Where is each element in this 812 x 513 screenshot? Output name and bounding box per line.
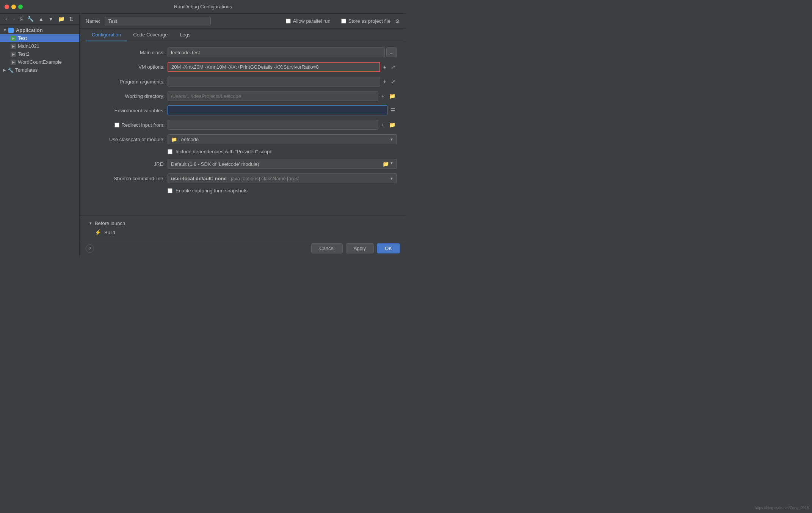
- before-launch-arrow-icon: ▼: [89, 221, 92, 225]
- remove-config-button[interactable]: −: [11, 15, 17, 23]
- templates-arrow-icon: ▶: [3, 68, 6, 72]
- store-project-group: Store as project file: [341, 18, 390, 24]
- shorten-cmdline-dropdown[interactable]: user-local default: none - java [options…: [168, 173, 397, 183]
- jre-dropdown[interactable]: Default (1.8 - SDK of 'Leetcode' module)…: [168, 159, 397, 169]
- name-label: Name:: [86, 18, 100, 24]
- templates-group[interactable]: ▶ 🔧 Templates: [0, 66, 79, 74]
- main-class-label: Main class:: [89, 50, 165, 55]
- minimize-button[interactable]: [11, 5, 16, 9]
- shorten-cmdline-label: Shorten command line:: [89, 176, 165, 181]
- program-args-field: + ⤢: [168, 77, 397, 87]
- allow-parallel-label: Allow parallel run: [293, 18, 331, 24]
- main-class-row: Main class: ...: [89, 47, 397, 57]
- jre-field: Default (1.8 - SDK of 'Leetcode' module)…: [168, 159, 397, 169]
- application-group-label: Application: [16, 27, 43, 33]
- redirect-input-input[interactable]: [168, 120, 378, 130]
- working-dir-browse-icon[interactable]: 📁: [387, 92, 397, 100]
- vm-options-row: VM options: 20M -Xmx20M -Xmn10M -XX:+Pri…: [89, 62, 397, 72]
- window-title: Run/Debug Configurations: [174, 4, 232, 9]
- config-content: Main class: ... VM options: 20M -Xmx20M …: [80, 41, 406, 216]
- tab-configuration[interactable]: Configuration: [86, 29, 127, 41]
- redirect-input-field: + 📁: [168, 120, 397, 130]
- before-launch-header[interactable]: ▼ Before launch: [89, 220, 397, 226]
- cancel-button[interactable]: Cancel: [311, 243, 342, 253]
- vm-options-input[interactable]: 20M -Xmx20M -Xmn10M -XX:+PrintGCDetails …: [168, 62, 380, 72]
- classpath-field: 📁 Leetcode ▼: [168, 134, 397, 144]
- group-arrow-icon: ▼: [3, 28, 7, 32]
- traffic-lights: [5, 5, 23, 9]
- sidebar-item-main1021[interactable]: ▶ Main1021: [0, 42, 79, 50]
- tabs: Configuration Code Coverage Logs: [80, 29, 406, 41]
- classpath-dropdown-value: 📁 Leetcode: [171, 137, 199, 142]
- program-args-row: Program arguments: + ⤢: [89, 77, 397, 87]
- templates-icon: 🔧: [8, 68, 13, 73]
- sidebar-tree: ▼ Application ▶ Test ▶ Main1021 ▶ Test2 …: [0, 25, 79, 256]
- sidebar-item-wordcount[interactable]: ▶ WordCountExample: [0, 58, 79, 66]
- close-button[interactable]: [5, 5, 9, 9]
- working-dir-input[interactable]: [168, 91, 378, 101]
- run-icon-3: ▶: [11, 52, 16, 57]
- classpath-label: Use classpath of module:: [89, 137, 165, 142]
- before-launch-section: ▼ Before launch ⚡ Build: [80, 216, 406, 240]
- include-deps-checkbox[interactable]: [168, 149, 172, 154]
- application-group[interactable]: ▼ Application: [0, 26, 79, 34]
- sidebar-item-test2-label: Test2: [18, 51, 30, 57]
- vm-options-add-icon[interactable]: +: [382, 63, 388, 71]
- templates-label: Templates: [15, 67, 38, 73]
- before-launch-label: Before launch: [95, 220, 125, 226]
- move-down-button[interactable]: ▼: [47, 15, 55, 23]
- help-button[interactable]: ?: [86, 244, 94, 253]
- program-args-expand-icon[interactable]: ⤢: [389, 78, 397, 85]
- main-class-browse-button[interactable]: ...: [386, 47, 397, 57]
- program-args-label: Program arguments:: [89, 79, 165, 85]
- jre-browse-icon[interactable]: 📁: [382, 161, 389, 167]
- sidebar-item-test[interactable]: ▶ Test: [0, 34, 79, 42]
- enable-snapshots-checkbox[interactable]: [168, 188, 172, 193]
- redirect-input-add-icon[interactable]: +: [380, 121, 386, 129]
- working-dir-row: Working directory: + 📁: [89, 91, 397, 101]
- classpath-dropdown-arrow-icon: ▼: [390, 137, 393, 142]
- gear-icon[interactable]: ⚙: [395, 18, 400, 24]
- program-args-add-icon[interactable]: +: [382, 78, 388, 85]
- allow-parallel-checkbox[interactable]: [286, 19, 291, 24]
- jre-label: JRE:: [89, 161, 165, 167]
- redirect-input-checkbox[interactable]: [114, 123, 119, 127]
- shorten-cmdline-field: user-local default: none - java [options…: [168, 173, 397, 183]
- copy-config-button[interactable]: ⎘: [18, 15, 24, 23]
- sidebar-item-main1021-label: Main1021: [18, 43, 39, 49]
- sort-button[interactable]: ⇅: [67, 15, 75, 23]
- env-vars-edit-icon[interactable]: ☰: [389, 107, 397, 114]
- wrench-button[interactable]: 🔧: [26, 15, 35, 23]
- redirect-input-row: Redirect input from: + 📁: [89, 120, 397, 130]
- maximize-button[interactable]: [18, 5, 23, 9]
- sidebar-item-wordcount-label: WordCountExample: [18, 59, 62, 65]
- vm-options-expand-icon[interactable]: ⤢: [389, 63, 397, 71]
- shorten-cmdline-value: user-local default: none - java [options…: [171, 176, 299, 181]
- name-input[interactable]: [105, 17, 211, 25]
- classpath-row: Use classpath of module: 📁 Leetcode ▼: [89, 134, 397, 144]
- enable-snapshots-row: Enable capturing form snapshots: [89, 188, 397, 194]
- sidebar-item-test2[interactable]: ▶ Test2: [0, 50, 79, 58]
- vm-options-field: 20M -Xmx20M -Xmn10M -XX:+PrintGCDetails …: [168, 62, 397, 72]
- ok-button[interactable]: OK: [377, 243, 400, 253]
- redirect-input-browse-icon[interactable]: 📁: [387, 121, 397, 129]
- folder-button[interactable]: 📁: [56, 15, 66, 23]
- store-project-checkbox[interactable]: [341, 19, 346, 24]
- main-class-field: ...: [168, 47, 397, 57]
- apply-button[interactable]: Apply: [346, 243, 374, 253]
- enable-snapshots-label: Enable capturing form snapshots: [176, 188, 248, 194]
- tab-logs[interactable]: Logs: [174, 29, 196, 41]
- jre-dropdown-value: Default (1.8 - SDK of 'Leetcode' module): [171, 161, 259, 167]
- move-up-button[interactable]: ▲: [37, 15, 45, 23]
- add-config-button[interactable]: +: [3, 15, 9, 23]
- program-args-input[interactable]: [168, 77, 380, 87]
- main-class-input[interactable]: [168, 47, 385, 57]
- tab-code-coverage[interactable]: Code Coverage: [127, 29, 174, 41]
- working-dir-add-icon[interactable]: +: [380, 92, 386, 100]
- include-deps-label: Include dependencies with "Provided" sco…: [176, 149, 273, 154]
- bottom-right-buttons: Cancel Apply OK: [311, 243, 400, 253]
- classpath-dropdown[interactable]: 📁 Leetcode ▼: [168, 134, 397, 144]
- env-vars-input[interactable]: [168, 105, 387, 115]
- working-dir-label: Working directory:: [89, 93, 165, 99]
- application-icon: [8, 28, 14, 33]
